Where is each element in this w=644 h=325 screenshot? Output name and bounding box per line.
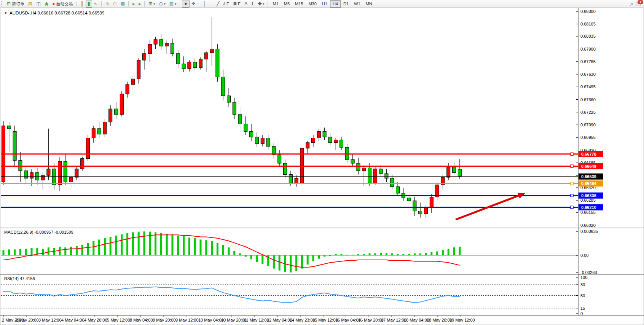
bull-candle[interactable] bbox=[120, 94, 123, 115]
bull-candle[interactable] bbox=[362, 168, 366, 170]
bear-candle[interactable] bbox=[115, 109, 118, 115]
bull-candle[interactable] bbox=[86, 138, 90, 159]
horizontal-line-button[interactable]: ─ bbox=[208, 0, 215, 8]
template-button[interactable]: ▧▾ bbox=[167, 0, 178, 8]
timeframe-m30[interactable]: M30 bbox=[306, 0, 319, 8]
bear-candle[interactable] bbox=[419, 211, 422, 214]
market-watch-button[interactable]: ▤ bbox=[26, 0, 34, 8]
tile-windows-button[interactable]: ▦ bbox=[119, 0, 127, 8]
bear-candle[interactable] bbox=[458, 169, 461, 177]
timeframe-m1[interactable]: M1 bbox=[270, 0, 281, 8]
bear-candle[interactable] bbox=[244, 124, 247, 132]
bear-candle[interactable] bbox=[368, 168, 371, 183]
bear-candle[interactable] bbox=[328, 137, 332, 143]
bear-candle[interactable] bbox=[24, 171, 28, 178]
bull-candle[interactable] bbox=[204, 53, 208, 59]
bull-candle[interactable] bbox=[137, 60, 140, 79]
bull-candle[interactable] bbox=[143, 54, 146, 60]
bear-candle[interactable] bbox=[323, 131, 326, 137]
bear-candle[interactable] bbox=[391, 178, 394, 186]
period-clock-button[interactable]: ◷▾ bbox=[157, 0, 167, 8]
bear-candle[interactable] bbox=[396, 187, 400, 193]
bear-candle[interactable] bbox=[13, 131, 16, 160]
add-indicator-button[interactable]: ⊞▾ bbox=[147, 0, 157, 8]
bear-candle[interactable] bbox=[193, 62, 197, 68]
bull-candle[interactable] bbox=[92, 129, 95, 138]
timeframe-w1[interactable]: W1 bbox=[351, 0, 363, 8]
search-icon[interactable]: ⌕ bbox=[630, 1, 633, 7]
label-button[interactable]: T bbox=[249, 0, 256, 8]
bear-candle[interactable] bbox=[171, 43, 174, 54]
bull-candle[interactable] bbox=[188, 62, 191, 69]
zoom-in-button[interactable]: ⊕ bbox=[104, 0, 111, 8]
indicator-window-button[interactable]: ▸ bbox=[137, 0, 143, 8]
bear-candle[interactable] bbox=[357, 163, 360, 171]
bull-candle[interactable] bbox=[424, 207, 428, 214]
line-handle[interactable] bbox=[571, 182, 573, 185]
bear-candle[interactable] bbox=[233, 102, 236, 115]
bear-candle[interactable] bbox=[284, 163, 287, 175]
bull-candle[interactable] bbox=[148, 44, 151, 54]
vertical-line-button[interactable]: │ bbox=[201, 0, 208, 8]
timeframe-m5[interactable]: M5 bbox=[281, 0, 292, 8]
zoom-out-button[interactable]: ⊖ bbox=[111, 0, 119, 8]
shapes-button[interactable]: ✥▾ bbox=[256, 0, 266, 8]
channel-button[interactable]: ⫽E bbox=[222, 0, 231, 8]
candlestick-button[interactable]: ▮ bbox=[86, 0, 92, 8]
bear-candle[interactable] bbox=[97, 129, 101, 134]
bull-candle[interactable] bbox=[103, 122, 107, 134]
line-handle[interactable] bbox=[571, 165, 573, 167]
bull-candle[interactable] bbox=[131, 79, 135, 84]
bear-candle[interactable] bbox=[159, 40, 163, 46]
bear-candle[interactable] bbox=[64, 161, 67, 182]
bear-candle[interactable] bbox=[453, 167, 456, 173]
bear-candle[interactable] bbox=[227, 96, 231, 102]
bear-candle[interactable] bbox=[379, 169, 383, 174]
bear-candle[interactable] bbox=[7, 126, 11, 128]
bear-candle[interactable] bbox=[182, 64, 185, 69]
line-chart-button[interactable]: ∿ bbox=[92, 0, 100, 8]
bull-candle[interactable] bbox=[58, 161, 62, 185]
bear-candle[interactable] bbox=[289, 175, 292, 183]
bull-candle[interactable] bbox=[126, 84, 129, 94]
bear-candle[interactable] bbox=[222, 77, 225, 96]
bull-candle[interactable] bbox=[75, 169, 78, 177]
line-handle[interactable] bbox=[571, 206, 573, 209]
bear-candle[interactable] bbox=[266, 138, 270, 147]
bear-candle[interactable] bbox=[351, 159, 354, 163]
bear-candle[interactable] bbox=[385, 174, 388, 178]
line-handle[interactable] bbox=[571, 194, 573, 197]
price-chart[interactable]: 0.683000.681650.680350.679000.677650.676… bbox=[0, 8, 644, 325]
indicator-list-button[interactable]: ▸ bbox=[131, 0, 137, 8]
bull-candle[interactable] bbox=[30, 173, 33, 178]
timeframe-h4[interactable]: H4 bbox=[330, 0, 341, 8]
trendline-button[interactable]: ╱ bbox=[215, 0, 221, 8]
navigator-button[interactable]: ◉ bbox=[43, 0, 50, 8]
bull-candle[interactable] bbox=[447, 167, 450, 177]
bull-candle[interactable] bbox=[47, 169, 50, 175]
bear-candle[interactable] bbox=[53, 169, 56, 185]
bull-candle[interactable] bbox=[199, 59, 202, 68]
bear-candle[interactable] bbox=[407, 198, 411, 201]
bear-candle[interactable] bbox=[278, 155, 281, 163]
text-button[interactable]: A bbox=[242, 0, 249, 8]
bear-candle[interactable] bbox=[216, 49, 219, 77]
bull-candle[interactable] bbox=[165, 43, 169, 46]
bear-candle[interactable] bbox=[345, 147, 349, 159]
bull-candle[interactable] bbox=[81, 159, 84, 169]
data-window-button[interactable]: ◫ bbox=[34, 0, 42, 8]
line-handle[interactable] bbox=[571, 153, 573, 155]
new-order-button[interactable]: ⊞新订单 bbox=[5, 0, 26, 8]
autotrading-button[interactable]: ●自动交易 bbox=[50, 0, 75, 8]
bear-candle[interactable] bbox=[238, 115, 242, 124]
bull-candle[interactable] bbox=[210, 49, 214, 53]
bull-candle[interactable] bbox=[69, 177, 73, 182]
bull-candle[interactable] bbox=[312, 138, 315, 143]
timeframe-m15[interactable]: M15 bbox=[292, 0, 306, 8]
bull-candle[interactable] bbox=[295, 178, 298, 183]
bull-candle[interactable] bbox=[306, 143, 309, 148]
bear-candle[interactable] bbox=[255, 137, 259, 143]
bull-candle[interactable] bbox=[317, 131, 320, 138]
bear-candle[interactable] bbox=[413, 201, 416, 211]
cursor-button[interactable]: ➤ bbox=[182, 0, 190, 8]
